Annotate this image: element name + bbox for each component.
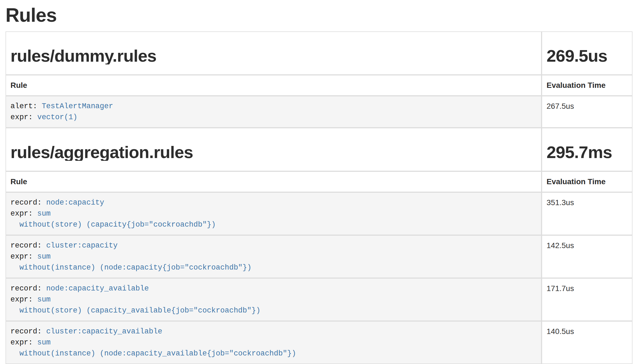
expr-keyword: expr: [10,113,37,121]
rule-eval-time: 140.5us [542,321,632,364]
code-line: without(instance) (node:capacity_availab… [10,348,537,359]
rule-definition-cell: record: cluster:capacityexpr: sum withou… [6,235,542,278]
eval-time-column-header: Evaluation Time [542,171,632,192]
code-line: alert: TestAlertManager [10,101,537,112]
rule-code: record: node:capacityexpr: sum without(s… [10,197,537,230]
rules-page: Rules rules/dummy.rules269.5usRuleEvalua… [0,6,638,364]
rule-eval-time: 142.5us [542,235,632,278]
rule-eval-time: 351.3us [542,192,632,235]
page-title: Rules [6,6,632,25]
rule-expr-link[interactable]: without(store) (capacity{job="cockroachd… [10,221,216,229]
column-header-row: RuleEvaluation Time [6,171,632,192]
record-name-link[interactable]: node:capacity_available [46,284,149,293]
rule-code: alert: TestAlertManagerexpr: vector(1) [10,101,537,123]
code-line: record: node:capacity [10,197,537,208]
code-line: without(instance) (node:capacity{job="co… [10,262,537,273]
code-line: expr: sum [10,337,537,348]
eval-time-column-header: Evaluation Time [542,75,632,96]
rule-expr-link[interactable]: sum [37,295,51,304]
rule-eval-time: 267.5us [542,96,632,128]
rule-group-eval-time-cell: 269.5us [542,31,632,75]
rule-row: record: cluster:capacity_availableexpr: … [6,321,632,364]
rule-group-file-cell: rules/dummy.rules [6,31,542,75]
rule-row: record: node:capacityexpr: sum without(s… [6,192,632,235]
rule-expr-link[interactable]: sum [37,338,51,347]
rules-table-body: rules/dummy.rules269.5usRuleEvaluation T… [6,31,632,364]
rule-column-header: Rule [6,171,542,192]
rule-group-file: rules/dummy.rules [10,47,537,64]
rule-group-header-row: rules/aggregation.rules295.7ms [6,128,632,171]
rule-definition-cell: record: cluster:capacity_availableexpr: … [6,321,542,364]
rule-group-header-row: rules/dummy.rules269.5us [6,31,632,75]
rule-group-file: rules/aggregation.rules [10,144,537,161]
code-line: record: node:capacity_available [10,283,537,294]
code-line: without(store) (capacity{job="cockroachd… [10,219,537,230]
column-header-row: RuleEvaluation Time [6,75,632,96]
rule-expr-link[interactable]: vector(1) [37,113,77,121]
record-keyword: record: [10,284,46,293]
code-line: without(store) (capacity_available{job="… [10,305,537,316]
code-line: expr: sum [10,251,537,262]
rule-row: record: node:capacity_availableexpr: sum… [6,278,632,321]
rule-group-eval-time: 269.5us [547,47,628,64]
record-name-link[interactable]: node:capacity [46,199,104,207]
code-line: expr: sum [10,208,537,219]
rule-expr-link[interactable]: without(store) (capacity_available{job="… [10,306,260,315]
record-keyword: record: [10,241,46,250]
rule-code: record: node:capacity_availableexpr: sum… [10,283,537,316]
rule-group-eval-time: 295.7ms [547,144,628,161]
rule-definition-cell: record: node:capacity_availableexpr: sum… [6,278,542,321]
code-line: record: cluster:capacity [10,240,537,251]
expr-keyword: expr: [10,252,37,261]
rule-eval-time: 171.7us [542,278,632,321]
rule-group-file-cell: rules/aggregation.rules [6,128,542,171]
rule-expr-link[interactable]: without(instance) (node:capacity{job="co… [10,264,252,272]
code-line: expr: vector(1) [10,112,537,123]
record-keyword: record: [10,327,46,336]
rule-expr-link[interactable]: sum [37,210,51,218]
rule-row: record: cluster:capacityexpr: sum withou… [6,235,632,278]
rule-code: record: cluster:capacity_availableexpr: … [10,326,537,359]
rule-column-header: Rule [6,75,542,96]
expr-keyword: expr: [10,210,37,218]
rule-expr-link[interactable]: sum [37,252,51,261]
expr-keyword: expr: [10,338,37,347]
rule-expr-link[interactable]: without(instance) (node:capacity_availab… [10,349,296,358]
alert-keyword: alert: [10,102,42,110]
rule-definition-cell: alert: TestAlertManagerexpr: vector(1) [6,96,542,128]
record-keyword: record: [10,199,46,207]
rules-table: rules/dummy.rules269.5usRuleEvaluation T… [6,31,632,364]
code-line: record: cluster:capacity_available [10,326,537,337]
expr-keyword: expr: [10,295,37,304]
record-name-link[interactable]: cluster:capacity_available [46,327,162,336]
rule-row: alert: TestAlertManagerexpr: vector(1)26… [6,96,632,128]
rule-code: record: cluster:capacityexpr: sum withou… [10,240,537,273]
rule-group-eval-time-cell: 295.7ms [542,128,632,171]
record-name-link[interactable]: cluster:capacity [46,241,118,250]
code-line: expr: sum [10,294,537,305]
alert-name-link[interactable]: TestAlertManager [42,102,113,110]
rule-definition-cell: record: node:capacityexpr: sum without(s… [6,192,542,235]
